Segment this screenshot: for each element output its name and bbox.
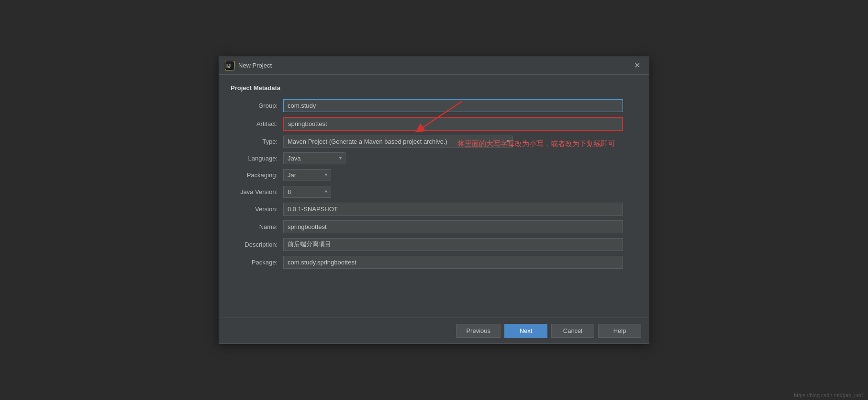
packaging-select[interactable]: Jar [283,169,331,181]
dialog-content: Project Metadata Group: Artifact: Type: … [219,75,649,318]
version-control [283,203,623,216]
package-row: Package: [231,256,637,269]
help-button[interactable]: Help [598,324,641,338]
language-control: Java [283,152,623,164]
package-label: Package: [231,259,283,266]
name-label: Name: [231,223,283,230]
description-input[interactable] [283,238,623,251]
packaging-label: Packaging: [231,171,283,179]
description-row: Description: [231,238,637,251]
name-input[interactable] [283,220,623,233]
language-label: Language: [231,155,283,162]
name-control [283,220,623,233]
name-row: Name: [231,220,637,233]
java-version-label: Java Version: [231,188,283,195]
java-version-select-wrapper: 8 [283,186,331,198]
title-bar-left: IJ New Project [225,61,272,70]
version-label: Version: [231,206,283,213]
version-input[interactable] [283,203,623,216]
package-control [283,256,623,269]
type-label: Type: [231,138,283,145]
title-bar: IJ New Project ✕ [219,57,649,75]
packaging-control: Jar [283,169,623,181]
group-label: Group: [231,102,283,109]
next-button[interactable]: Next [504,324,547,338]
java-version-row: Java Version: 8 [231,186,637,198]
cancel-button[interactable]: Cancel [551,324,594,338]
description-label: Description: [231,241,283,248]
app-icon: IJ [225,61,234,70]
dialog-title: New Project [238,62,272,69]
svg-line-3 [419,101,462,130]
close-button[interactable]: ✕ [631,61,643,70]
annotation-area: 将里面的大写字母改为小写，或者改为下划线即可 [448,125,639,149]
packaging-select-wrapper: Jar [283,169,331,181]
previous-button[interactable]: Previous [456,324,501,338]
watermark-url: https://blog.csdn.net/gao_jun1 [794,392,864,398]
java-version-select[interactable]: 8 [283,186,331,198]
java-version-control: 8 [283,186,623,198]
version-row: Version: [231,203,637,216]
artifact-label: Artifact: [231,120,283,127]
description-control [283,238,623,251]
language-select-wrapper: Java [283,152,345,164]
language-row: Language: Java [231,152,637,164]
dialog-footer: Previous Next Cancel Help [219,318,649,343]
svg-text:IJ: IJ [226,63,231,69]
language-select[interactable]: Java [283,152,345,164]
new-project-dialog: IJ New Project ✕ Project Metadata Group:… [219,57,649,344]
annotation-arrow [390,87,486,144]
packaging-row: Packaging: Jar [231,169,637,181]
package-input[interactable] [283,256,623,269]
